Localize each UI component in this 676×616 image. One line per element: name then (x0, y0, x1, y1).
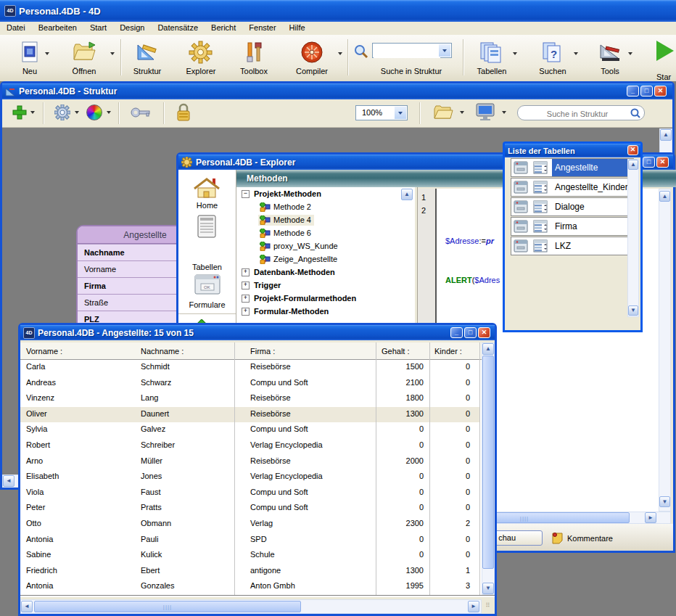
search-structure-input[interactable] (374, 44, 440, 58)
menu-item[interactable]: Design (113, 22, 151, 33)
comments-note-icon[interactable] (551, 532, 564, 544)
tables-button[interactable] (479, 41, 503, 65)
add-dropdown-arrow[interactable] (30, 111, 35, 114)
structure-scroll-left[interactable]: ◄ (3, 475, 15, 487)
sidebar-item-formulare[interactable]: Formulare (178, 300, 236, 309)
collapse-icon[interactable]: − (242, 190, 250, 198)
tools-dropdown-arrow[interactable] (628, 52, 632, 55)
column-header-kinder[interactable]: Kinder : (434, 347, 462, 356)
lock-button[interactable] (176, 103, 191, 122)
menu-item[interactable]: Hilfe (283, 22, 312, 33)
code-vscroll[interactable] (659, 189, 671, 512)
compiler-dropdown-arrow[interactable] (338, 52, 342, 55)
list-view-icon[interactable] (533, 200, 548, 213)
tree-item-method[interactable]: Methode 4 (236, 213, 414, 226)
records-titlebar[interactable]: 4D Personal.4DB - Angestellte: 15 von 15 (20, 325, 495, 340)
column-header-gehalt[interactable]: Gehalt : (382, 347, 410, 356)
close-button[interactable]: ✕ (478, 327, 490, 338)
tree-group[interactable]: + Projekt-Formularmethoden (236, 292, 414, 305)
minimize-button[interactable]: _ (450, 327, 463, 338)
list-view-icon[interactable] (533, 181, 548, 194)
compiler-button[interactable] (300, 41, 324, 65)
tree-item-method[interactable]: proxy_WS_Kunde (236, 239, 414, 252)
table-list-row[interactable]: Angestellte (511, 158, 634, 177)
sidebar-item-home[interactable]: Home (178, 201, 236, 210)
record-row[interactable]: Elisabeth Jones Verlag Encyclopedia 0 0 (20, 469, 479, 485)
properties-button[interactable] (54, 104, 70, 120)
record-row[interactable]: Otto Obmann Verlag 2300 2 (20, 517, 479, 533)
record-row[interactable]: Peter Pratts Compu und Soft 0 0 (20, 501, 479, 517)
new-button[interactable] (18, 41, 43, 65)
color-dropdown-arrow[interactable] (107, 111, 111, 114)
palette-scroll-down[interactable]: ▼ (628, 305, 638, 316)
add-button[interactable] (12, 105, 27, 120)
tree-group[interactable]: + Datenbank-Methoden (236, 266, 414, 279)
menu-item[interactable]: Datei (0, 22, 32, 33)
start-button[interactable] (656, 41, 676, 65)
records-scroll-right[interactable]: ► (468, 601, 479, 612)
tree-item-method[interactable]: Methode 6 (236, 226, 414, 239)
tools-button[interactable] (598, 41, 622, 65)
search-combo-arrow[interactable] (439, 44, 450, 57)
maximize-button[interactable]: □ (640, 86, 653, 96)
sidebar-item-tabellen[interactable]: Tabellen (178, 263, 236, 271)
search-structure-combo[interactable] (372, 43, 452, 58)
open-dropdown-arrow[interactable] (110, 52, 115, 55)
expand-icon[interactable]: + (242, 295, 250, 303)
form-view-icon[interactable] (514, 200, 528, 213)
column-header-vorname[interactable]: Vorname : (26, 347, 62, 356)
resize-grip[interactable]: ⠿ (482, 599, 495, 614)
tree-group[interactable]: + Trigger (236, 279, 414, 292)
tree-group[interactable]: + Formular-Methoden (236, 305, 414, 318)
column-header-firma[interactable]: Firma : (250, 347, 275, 356)
structure-scroll-up[interactable]: ▲ (660, 129, 672, 141)
minimize-button[interactable]: _ (627, 86, 639, 96)
record-row[interactable]: Carla Schmidt Reisebörse 1500 0 (20, 360, 479, 376)
palette-scroll-up[interactable]: ▲ (628, 160, 638, 170)
zoom-combo[interactable]: 100% (355, 105, 408, 120)
find-button[interactable]: ? (540, 41, 565, 65)
form-view-icon[interactable] (514, 239, 528, 252)
search-field-icon[interactable] (630, 108, 640, 118)
explorer-scroll-right[interactable]: ► (645, 512, 656, 523)
structure-search-field[interactable] (517, 105, 645, 120)
tables-palette-titlebar[interactable]: Liste der Tabellen (505, 144, 640, 157)
comments-label[interactable]: Kommentare (567, 534, 613, 543)
form-view-icon[interactable] (514, 161, 528, 174)
record-row[interactable]: Friedrich Ebert antigone 1300 1 (20, 564, 479, 580)
record-row[interactable]: Antonia Gonzales Anton Gmbh 1995 3 (20, 579, 479, 595)
record-row[interactable]: Sylvia Galvez Compu und Soft 0 0 (20, 422, 479, 438)
key-button[interactable] (130, 107, 152, 118)
record-row[interactable]: Viola Faust Compu und Soft 0 0 (20, 485, 479, 501)
list-view-icon[interactable] (533, 220, 548, 233)
menu-item[interactable]: Fenster (242, 22, 282, 33)
structure-search-input[interactable] (525, 107, 630, 120)
tree-item-method[interactable]: Methode 2 (236, 200, 414, 213)
tree-group-projekt-methoden[interactable]: − Projekt-Methoden (236, 187, 414, 200)
records-scroll-up[interactable]: ▲ (482, 343, 494, 355)
new-dropdown-arrow[interactable] (45, 52, 49, 55)
maximize-button[interactable]: □ (464, 327, 477, 338)
menu-item[interactable]: Datensätze (151, 22, 205, 33)
code-scroll-down[interactable]: ▼ (659, 496, 670, 507)
list-view-icon[interactable] (533, 161, 548, 174)
tables-dropdown-arrow[interactable] (513, 52, 517, 55)
find-dropdown-arrow[interactable] (574, 52, 578, 55)
records-vscroll-thumb[interactable] (482, 356, 494, 569)
folder-dropdown-arrow[interactable] (460, 111, 464, 114)
records-scroll-left[interactable]: ◄ (21, 601, 33, 612)
record-row[interactable]: Sabine Kulick Schule 0 0 (20, 548, 479, 564)
expand-icon[interactable]: + (242, 268, 250, 276)
record-row[interactable]: Vinzenz Lang Reisebörse 1800 0 (20, 391, 479, 407)
table-list-row[interactable]: Angestellte_Kinder (511, 178, 634, 197)
list-view-icon[interactable] (533, 239, 548, 252)
menu-item[interactable]: Bearbeiten (32, 22, 83, 33)
display-button[interactable] (475, 103, 495, 122)
folder-button[interactable] (433, 104, 453, 120)
structure-titlebar[interactable]: Personal.4DB - Struktur (2, 83, 672, 99)
properties-dropdown-arrow[interactable] (75, 111, 79, 114)
close-button[interactable]: ✕ (627, 145, 638, 155)
tree-item-method[interactable]: Zeige_Angestellte (236, 252, 414, 266)
records-scroll-down[interactable]: ▼ (482, 583, 494, 594)
code-scroll-up[interactable]: ▲ (659, 191, 670, 202)
